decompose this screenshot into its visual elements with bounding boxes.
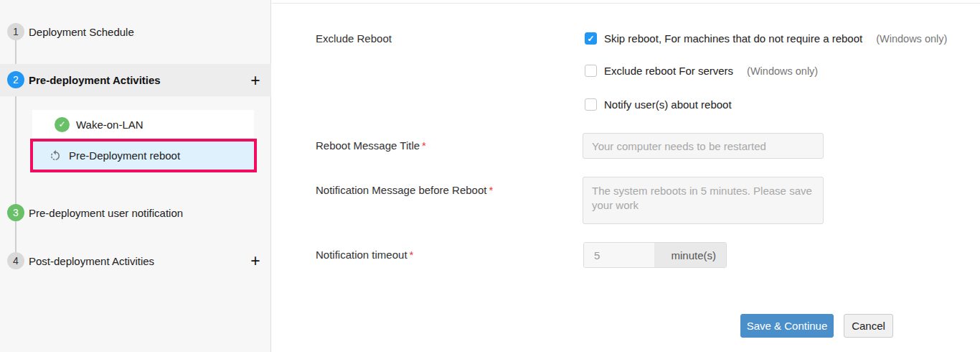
exclude-servers-note: (Windows only) (747, 65, 818, 77)
add-post-deployment-activity-button[interactable]: + (247, 252, 264, 269)
sidebar-item-pre-deployment-user-notification[interactable]: Pre-deployment user notification (29, 207, 183, 219)
required-asterisk: * (410, 249, 414, 261)
notification-timeout-input[interactable] (584, 243, 654, 267)
wake-on-lan-label: Wake-on-LAN (76, 119, 143, 131)
exclude-reboot-label: Exclude Reboot (316, 32, 392, 45)
cancel-button[interactable]: Cancel (844, 314, 893, 338)
notification-timeout-field: minute(s) (583, 242, 727, 268)
check-circle-icon: ✓ (55, 117, 70, 132)
notification-message-label: Notification Message before Reboot* (316, 184, 493, 196)
label-text: Notification timeout (316, 249, 407, 261)
sidebar-item-pre-deployment-activities[interactable]: Pre-deployment Activities (29, 74, 161, 86)
exclude-servers-label: Exclude reboot For servers (604, 65, 733, 77)
step-4-circle: 4 (7, 252, 24, 269)
step-1-circle: 1 (7, 23, 24, 40)
add-pre-deployment-activity-button[interactable]: + (247, 72, 264, 89)
sidebar-item-post-deployment-activities[interactable]: Post-deployment Activities (29, 255, 154, 267)
reboot-message-title-label: Reboot Message Title* (316, 139, 426, 152)
content-top-divider (272, 3, 980, 4)
pre-deployment-reboot-label: Pre-Deployment reboot (69, 149, 180, 162)
required-asterisk: * (422, 139, 426, 152)
notification-timeout-label: Notification timeout* (316, 249, 413, 261)
save-and-continue-button[interactable]: Save & Continue (740, 314, 834, 338)
label-text: Reboot Message Title (316, 139, 420, 152)
sidebar-item-pre-deployment-reboot[interactable]: Pre-Deployment reboot (30, 139, 257, 172)
deployment-steps-sidebar: 1 Deployment Schedule 2 Pre-deployment A… (0, 0, 271, 352)
checkmark-icon: ✓ (587, 34, 594, 44)
skip-reboot-label: Skip reboot, For machines that do not re… (604, 32, 862, 45)
notification-message-textarea[interactable] (583, 177, 824, 224)
timeout-unit-label: minute(s) (654, 243, 726, 267)
notify-users-label: Notify user(s) about reboot (604, 98, 732, 111)
sidebar-item-wake-on-lan[interactable]: ✓ Wake-on-LAN (32, 110, 254, 139)
exclude-servers-checkbox[interactable] (585, 65, 597, 77)
skip-reboot-checkbox[interactable]: ✓ (585, 32, 597, 45)
step-2-circle: 2 (7, 71, 24, 88)
reboot-message-title-input[interactable] (583, 133, 824, 159)
label-text: Notification Message before Reboot (316, 184, 486, 196)
skip-reboot-note: (Windows only) (876, 33, 947, 45)
step-3-circle: 3 (7, 204, 24, 221)
checkbox-row-skip-reboot: ✓ Skip reboot, For machines that do not … (585, 32, 947, 45)
required-asterisk: * (489, 184, 493, 196)
checkbox-row-exclude-servers: Exclude reboot For servers (Windows only… (585, 65, 818, 77)
sidebar-item-deployment-schedule[interactable]: Deployment Schedule (29, 26, 134, 38)
check-glyph: ✓ (58, 119, 65, 129)
notify-users-checkbox[interactable] (585, 98, 597, 111)
checkbox-row-notify-users: Notify user(s) about reboot (585, 98, 732, 111)
reboot-icon (49, 149, 62, 162)
